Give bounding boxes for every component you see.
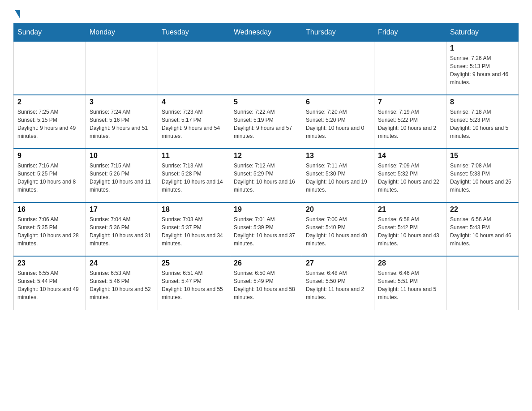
calendar-cell: 23Sunrise: 6:55 AM Sunset: 5:44 PM Dayli… (14, 256, 86, 310)
calendar-cell (86, 41, 158, 95)
day-number: 10 (90, 152, 154, 160)
calendar-cell: 25Sunrise: 6:51 AM Sunset: 5:47 PM Dayli… (158, 256, 230, 310)
calendar-week-row-2: 9Sunrise: 7:16 AM Sunset: 5:25 PM Daylig… (14, 149, 519, 202)
day-number: 27 (306, 259, 370, 267)
day-number: 6 (306, 98, 370, 106)
calendar-cell (302, 41, 374, 95)
calendar-cell: 5Sunrise: 7:22 AM Sunset: 5:19 PM Daylig… (230, 95, 302, 149)
calendar-cell: 19Sunrise: 7:01 AM Sunset: 5:39 PM Dayli… (230, 202, 302, 256)
calendar-week-row-1: 2Sunrise: 7:25 AM Sunset: 5:15 PM Daylig… (14, 95, 519, 149)
day-number: 23 (17, 259, 82, 267)
day-info: Sunrise: 6:53 AM Sunset: 5:46 PM Dayligh… (90, 269, 154, 301)
calendar-header-wednesday: Wednesday (230, 24, 302, 42)
calendar-header-row: SundayMondayTuesdayWednesdayThursdayFrid… (14, 24, 519, 42)
day-info: Sunrise: 6:58 AM Sunset: 5:42 PM Dayligh… (378, 215, 442, 248)
day-info: Sunrise: 7:23 AM Sunset: 5:17 PM Dayligh… (162, 108, 226, 140)
calendar-week-row-4: 23Sunrise: 6:55 AM Sunset: 5:44 PM Dayli… (14, 256, 519, 310)
day-info: Sunrise: 7:20 AM Sunset: 5:20 PM Dayligh… (306, 108, 370, 140)
calendar-week-row-0: 1Sunrise: 7:26 AM Sunset: 5:13 PM Daylig… (14, 41, 519, 95)
calendar-cell: 12Sunrise: 7:12 AM Sunset: 5:29 PM Dayli… (230, 149, 302, 202)
calendar-week-row-3: 16Sunrise: 7:06 AM Sunset: 5:35 PM Dayli… (14, 202, 519, 256)
calendar-cell: 17Sunrise: 7:04 AM Sunset: 5:36 PM Dayli… (86, 202, 158, 256)
calendar-header-friday: Friday (374, 24, 446, 42)
calendar-cell: 18Sunrise: 7:03 AM Sunset: 5:37 PM Dayli… (158, 202, 230, 256)
calendar-cell: 1Sunrise: 7:26 AM Sunset: 5:13 PM Daylig… (446, 41, 519, 95)
day-number: 9 (17, 152, 82, 160)
logo-arrow-icon (15, 10, 20, 19)
day-number: 17 (90, 206, 154, 214)
day-number: 18 (162, 206, 226, 214)
day-info: Sunrise: 6:51 AM Sunset: 5:47 PM Dayligh… (162, 269, 226, 301)
day-info: Sunrise: 7:26 AM Sunset: 5:13 PM Dayligh… (450, 54, 515, 86)
calendar-cell: 15Sunrise: 7:08 AM Sunset: 5:33 PM Dayli… (446, 149, 519, 202)
day-number: 11 (162, 152, 226, 160)
calendar-cell (14, 41, 86, 95)
calendar-header-tuesday: Tuesday (158, 24, 230, 42)
day-info: Sunrise: 7:12 AM Sunset: 5:29 PM Dayligh… (234, 162, 298, 194)
day-info: Sunrise: 7:11 AM Sunset: 5:30 PM Dayligh… (306, 162, 370, 194)
page-header (13, 9, 519, 19)
calendar-cell: 10Sunrise: 7:15 AM Sunset: 5:26 PM Dayli… (86, 149, 158, 202)
day-info: Sunrise: 7:00 AM Sunset: 5:40 PM Dayligh… (306, 215, 370, 248)
day-info: Sunrise: 7:08 AM Sunset: 5:33 PM Dayligh… (450, 162, 515, 194)
day-info: Sunrise: 7:09 AM Sunset: 5:32 PM Dayligh… (378, 162, 442, 194)
calendar-cell: 20Sunrise: 7:00 AM Sunset: 5:40 PM Dayli… (302, 202, 374, 256)
day-number: 4 (162, 98, 226, 106)
day-info: Sunrise: 7:01 AM Sunset: 5:39 PM Dayligh… (234, 215, 298, 248)
day-info: Sunrise: 6:56 AM Sunset: 5:43 PM Dayligh… (450, 215, 515, 248)
calendar-cell: 24Sunrise: 6:53 AM Sunset: 5:46 PM Dayli… (86, 256, 158, 310)
day-info: Sunrise: 6:50 AM Sunset: 5:49 PM Dayligh… (234, 269, 298, 301)
day-number: 12 (234, 152, 298, 160)
day-number: 25 (162, 259, 226, 267)
calendar-header-saturday: Saturday (446, 24, 519, 42)
calendar-cell: 26Sunrise: 6:50 AM Sunset: 5:49 PM Dayli… (230, 256, 302, 310)
day-number: 3 (90, 98, 154, 106)
day-number: 13 (306, 152, 370, 160)
day-info: Sunrise: 7:24 AM Sunset: 5:16 PM Dayligh… (90, 108, 154, 140)
calendar-cell: 2Sunrise: 7:25 AM Sunset: 5:15 PM Daylig… (14, 95, 86, 149)
calendar-cell: 22Sunrise: 6:56 AM Sunset: 5:43 PM Dayli… (446, 202, 519, 256)
day-number: 7 (378, 98, 442, 106)
day-number: 5 (234, 98, 298, 106)
calendar-cell (374, 41, 446, 95)
day-info: Sunrise: 6:55 AM Sunset: 5:44 PM Dayligh… (17, 269, 82, 301)
calendar-cell: 21Sunrise: 6:58 AM Sunset: 5:42 PM Dayli… (374, 202, 446, 256)
day-number: 20 (306, 206, 370, 214)
day-number: 26 (234, 259, 298, 267)
day-info: Sunrise: 7:22 AM Sunset: 5:19 PM Dayligh… (234, 108, 298, 140)
day-info: Sunrise: 7:04 AM Sunset: 5:36 PM Dayligh… (90, 215, 154, 248)
day-number: 15 (450, 152, 515, 160)
logo (13, 9, 20, 19)
day-number: 21 (378, 206, 442, 214)
calendar-cell: 11Sunrise: 7:13 AM Sunset: 5:28 PM Dayli… (158, 149, 230, 202)
logo-top (13, 9, 20, 19)
day-number: 28 (378, 259, 442, 267)
calendar-cell (158, 41, 230, 95)
calendar-header-monday: Monday (86, 24, 158, 42)
calendar-cell: 6Sunrise: 7:20 AM Sunset: 5:20 PM Daylig… (302, 95, 374, 149)
day-number: 19 (234, 206, 298, 214)
day-info: Sunrise: 7:13 AM Sunset: 5:28 PM Dayligh… (162, 162, 226, 194)
calendar-cell: 28Sunrise: 6:46 AM Sunset: 5:51 PM Dayli… (374, 256, 446, 310)
day-info: Sunrise: 7:19 AM Sunset: 5:22 PM Dayligh… (378, 108, 442, 140)
calendar-cell: 13Sunrise: 7:11 AM Sunset: 5:30 PM Dayli… (302, 149, 374, 202)
day-number: 22 (450, 206, 515, 214)
day-number: 8 (450, 98, 515, 106)
day-info: Sunrise: 7:06 AM Sunset: 5:35 PM Dayligh… (17, 215, 82, 248)
day-info: Sunrise: 7:03 AM Sunset: 5:37 PM Dayligh… (162, 215, 226, 248)
day-number: 1 (450, 44, 515, 52)
day-info: Sunrise: 7:18 AM Sunset: 5:23 PM Dayligh… (450, 108, 515, 140)
day-number: 14 (378, 152, 442, 160)
calendar-header-sunday: Sunday (14, 24, 86, 42)
day-number: 16 (17, 206, 82, 214)
calendar-cell: 7Sunrise: 7:19 AM Sunset: 5:22 PM Daylig… (374, 95, 446, 149)
day-info: Sunrise: 6:46 AM Sunset: 5:51 PM Dayligh… (378, 269, 442, 301)
calendar-cell: 9Sunrise: 7:16 AM Sunset: 5:25 PM Daylig… (14, 149, 86, 202)
day-info: Sunrise: 7:25 AM Sunset: 5:15 PM Dayligh… (17, 108, 82, 140)
day-number: 24 (90, 259, 154, 267)
day-info: Sunrise: 6:48 AM Sunset: 5:50 PM Dayligh… (306, 269, 370, 301)
day-info: Sunrise: 7:15 AM Sunset: 5:26 PM Dayligh… (90, 162, 154, 194)
calendar-header-thursday: Thursday (302, 24, 374, 42)
calendar-table: SundayMondayTuesdayWednesdayThursdayFrid… (13, 23, 519, 310)
calendar-cell: 16Sunrise: 7:06 AM Sunset: 5:35 PM Dayli… (14, 202, 86, 256)
